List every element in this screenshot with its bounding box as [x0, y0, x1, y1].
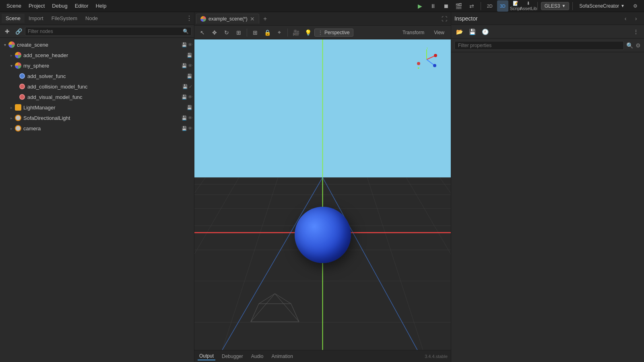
tree-icon-add-scene-header	[14, 51, 22, 59]
inspector-open-file-btn[interactable]: 📂	[454, 26, 465, 37]
add-tab-button[interactable]: +	[261, 14, 270, 23]
filter-input[interactable]	[28, 29, 183, 34]
svg-line-25	[259, 294, 275, 304]
inspector-title: Inspector	[454, 15, 478, 22]
pause-button[interactable]: ⏸	[427, 0, 439, 12]
vp-snap-btn[interactable]: ⌖	[274, 27, 285, 38]
vp-camera-btn[interactable]: 🎥	[290, 27, 301, 38]
tree-actions-directional: 💾 👁	[182, 115, 192, 121]
inspector-more-btn[interactable]: ⋮	[630, 26, 642, 37]
tree-label-collision: add_collision_model_func	[27, 84, 182, 90]
mode-2d-button[interactable]: 2D	[484, 0, 495, 12]
panel-more-btn[interactable]: ⋮	[186, 14, 192, 22]
save-icon-lightmanager: 💾	[187, 105, 192, 110]
tree-item-add-solver-func[interactable]: add_solver_func 💾	[0, 71, 194, 81]
tree-item-create-scene[interactable]: ▾ create_scene 💾 👁	[0, 39, 194, 50]
svg-point-32	[433, 64, 436, 67]
tree-actions-camera: 💾 👁	[182, 126, 192, 131]
menu-editor[interactable]: Editor	[72, 2, 92, 10]
tree-item-lightmanager[interactable]: ▸ LightManager 💾	[0, 102, 194, 113]
tree-actions-my-sphere: 💾 👁	[182, 63, 192, 68]
save-icon-create: 💾	[182, 42, 187, 47]
tab-debugger[interactable]: Debugger	[220, 353, 245, 360]
tab-node[interactable]: Node	[81, 14, 102, 23]
inspector-filter: 🔍 ⚙	[451, 39, 644, 52]
center-panel: example_scene(*) ✕ + ⛶ ↖ ✥ ↻ ⊞ ⊞ 🔒 ⌖ 🎥 💡…	[194, 12, 451, 362]
gles-badge[interactable]: GLES3 ▼	[541, 2, 570, 10]
tree-item-directionallight[interactable]: ▸ SofaDirectionalLight 💾 👁	[0, 113, 194, 123]
toolbar-separator-2	[537, 2, 538, 10]
mode-3d-button[interactable]: 3D	[497, 0, 508, 12]
fullscreen-button[interactable]: ⛶	[440, 14, 449, 24]
svg-line-23	[251, 304, 259, 322]
tree-item-my-sphere[interactable]: ▾ my_sphere 💾 👁	[0, 60, 194, 71]
tree-item-add-collision[interactable]: add_collision_model_func 💾 ✓	[0, 81, 194, 92]
add-node-button[interactable]: ✚	[2, 27, 12, 36]
tree-arrow-create-scene: ▾	[2, 41, 8, 48]
tree-actions-collision: 💾 ✓	[182, 84, 192, 89]
tree-actions-add-scene-header: 💾	[187, 53, 192, 58]
axis-indicator: Y ●	[415, 47, 439, 72]
viewport-tab-label: example_scene(*)	[208, 16, 248, 22]
tree-label-my-sphere: my_sphere	[23, 63, 182, 69]
perspective-button[interactable]: ⋮ Perspective	[314, 29, 353, 37]
vp-scale-btn[interactable]: ⊞	[233, 27, 244, 38]
link-scene-button[interactable]: 🔗	[14, 27, 23, 36]
viewport-area[interactable]: Y ●	[194, 39, 451, 350]
scene-toolbar: ✚ 🔗 🔍	[0, 25, 194, 38]
movie-button[interactable]: 🎬	[453, 0, 464, 12]
vp-sep-2	[287, 29, 288, 37]
svg-line-26	[275, 294, 291, 304]
svg-line-19	[251, 294, 275, 322]
tree-icon-lightmanager	[14, 104, 22, 111]
tree-item-add-scene-header[interactable]: ▸ add_scene_header 💾	[0, 50, 194, 60]
vp-lock-btn[interactable]: 🔒	[262, 27, 273, 38]
vp-select-btn[interactable]: ↖	[197, 27, 208, 38]
inspector-back-btn[interactable]: ‹	[621, 14, 630, 23]
viewport-tab-scene[interactable]: example_scene(*) ✕	[196, 14, 259, 24]
search-icon: 🔍	[183, 29, 189, 34]
assetlib-button[interactable]: ⬇ AssetLib	[523, 0, 534, 12]
viewport-toolbar: ↖ ✥ ↻ ⊞ ⊞ 🔒 ⌖ 🎥 💡 ⋮ Perspective Transfor…	[194, 26, 451, 39]
svg-point-30	[434, 54, 437, 57]
vp-sep-1	[247, 29, 247, 37]
vp-grid-btn[interactable]: ⊞	[250, 27, 261, 38]
inspector-filter-input[interactable]	[454, 41, 624, 50]
tree-actions-visual: 💾 👁	[182, 95, 192, 100]
script-button[interactable]: 📝 Script	[510, 0, 521, 12]
tab-import[interactable]: Import	[25, 14, 47, 23]
tab-output[interactable]: Output	[198, 352, 215, 360]
inspector-filter-options-icon[interactable]: ⚙	[636, 42, 641, 49]
inspector-forward-btn[interactable]: ›	[631, 14, 641, 23]
creator-settings-btn[interactable]: ⚙	[630, 0, 641, 12]
menu-project[interactable]: Project	[25, 2, 48, 10]
stop-button[interactable]: ⏹	[440, 0, 452, 12]
tab-animation[interactable]: Animation	[270, 353, 294, 360]
filter-input-wrap: 🔍	[25, 27, 192, 36]
menu-scene[interactable]: Scene	[3, 2, 25, 10]
menu-help[interactable]: Help	[93, 2, 110, 10]
tab-filesystem[interactable]: FileSystem	[47, 14, 81, 23]
eye-icon-sphere: 👁	[188, 63, 192, 68]
tree-item-camera[interactable]: ▸ camera 💾 👁	[0, 123, 194, 134]
tree-label-directional: SofaDirectionalLight	[23, 115, 182, 121]
svg-text:Y: Y	[426, 47, 429, 50]
viewport-close-btn[interactable]: ✕	[250, 16, 255, 22]
tree-item-add-visual[interactable]: add_visual_model_func 💾 👁	[0, 92, 194, 102]
tree-icon-my-sphere	[14, 62, 22, 69]
tab-scene[interactable]: Scene	[2, 14, 25, 23]
inspector-header: Inspector ‹ ›	[451, 12, 644, 25]
inspector-history-btn[interactable]: 🕘	[479, 26, 491, 37]
menu-debug[interactable]: Debug	[49, 2, 70, 10]
transform-button[interactable]: Transform	[398, 29, 428, 36]
remote-button[interactable]: ⇄	[466, 0, 477, 12]
view-button[interactable]: View	[430, 29, 448, 36]
toolbar-separator-3	[572, 2, 573, 10]
inspector-save-file-btn[interactable]: 💾	[466, 26, 478, 37]
tab-audio[interactable]: Audio	[250, 353, 265, 360]
perspective-dots: ⋮	[318, 30, 323, 35]
vp-light-btn[interactable]: 💡	[302, 27, 314, 38]
play-button[interactable]: ▶	[415, 0, 426, 12]
vp-rotate-btn[interactable]: ↻	[221, 27, 232, 38]
vp-move-btn[interactable]: ✥	[209, 27, 220, 38]
